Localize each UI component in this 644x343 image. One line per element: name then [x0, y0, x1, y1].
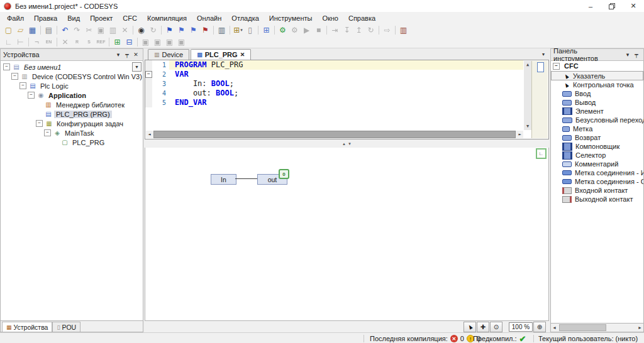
step-into-icon[interactable]: ↧	[341, 24, 353, 35]
menu-tools[interactable]: Инструменты	[264, 13, 318, 23]
menu-build[interactable]: Компиляция	[142, 13, 192, 23]
scrollbar-thumb[interactable]	[153, 131, 516, 138]
menu-project[interactable]: Проект	[85, 13, 118, 23]
bookmark-next-icon[interactable]: ⚑	[175, 24, 187, 35]
scroll-left-icon[interactable]: ◄	[146, 132, 153, 137]
order-move-down-icon[interactable]: ▣	[175, 36, 187, 47]
code-line-4[interactable]: 4 out: BOOL;	[145, 89, 523, 98]
logout-icon[interactable]: ⚙	[289, 24, 301, 35]
cfc-canvas[interactable]: In out 0 ∟	[145, 148, 549, 321]
tree-item-plc-prg[interactable]: ▤PLC_PRG (PRG)	[1, 109, 143, 119]
print-icon[interactable]: ▤	[43, 24, 55, 35]
code-line-1[interactable]: 1PROGRAM PLC_PRG	[145, 60, 523, 70]
undo-icon[interactable]: ↶	[59, 24, 71, 35]
tree-item-plc-prg-call[interactable]: ▢PLC_PRG	[1, 138, 143, 147]
tree-item-plc-logic[interactable]: −▤Plc Logic	[1, 81, 143, 90]
close-button[interactable]: ✕	[623, 0, 644, 12]
tab-close-icon[interactable]: ✕	[240, 52, 245, 58]
cfc-pan-tool-button[interactable]: ✚	[477, 322, 489, 332]
collapse-icon[interactable]: −	[11, 73, 18, 80]
restore-button[interactable]	[601, 0, 623, 12]
close-icon[interactable]: ✕	[131, 52, 140, 58]
tool-pointer[interactable]: ▲Указатель	[551, 71, 643, 80]
scroll-up-icon[interactable]: ▲	[526, 62, 529, 67]
tool-selector[interactable]: Селектор	[551, 151, 643, 160]
route-connection-icon[interactable]: ∟	[3, 36, 14, 47]
tool-composer[interactable]: Компоновщик	[551, 142, 643, 151]
menu-view[interactable]: Вид	[62, 13, 85, 23]
tool-input-contact[interactable]: Входной контакт	[551, 186, 643, 195]
save-icon[interactable]: ▦	[26, 24, 38, 35]
tool-connection-mark-sink[interactable]: Метка соединения - Сток	[551, 177, 643, 186]
bookmark-toggle-icon[interactable]: ⚑	[164, 24, 175, 35]
branch-connection-icon[interactable]: ⊢	[14, 36, 26, 47]
code-vertical-scrollbar[interactable]: ▲ ▼	[524, 61, 531, 130]
modifier-reset-icon[interactable]: R	[71, 36, 83, 47]
zoom-fit-button[interactable]: ⊕	[533, 322, 546, 332]
menu-window[interactable]: Окно	[317, 13, 343, 23]
order-send-to-back-icon[interactable]: ▣	[152, 36, 164, 47]
step-out-icon[interactable]: ↥	[353, 24, 365, 35]
tool-output-contact[interactable]: Выходной контакт	[551, 195, 643, 204]
panel-menu-icon[interactable]: ▾	[114, 52, 123, 58]
menu-cfc[interactable]: CFC	[118, 13, 142, 23]
find-next-icon[interactable]: ↻	[147, 24, 159, 35]
cfc-connection-wire[interactable]	[235, 178, 257, 179]
toolbox-horizontal-scrollbar[interactable]: ◄ ►	[550, 324, 644, 332]
pin-icon[interactable]: ┯	[123, 52, 131, 58]
tab-overflow-icon[interactable]: ▾	[542, 52, 545, 57]
collapse-icon[interactable]: −	[553, 63, 560, 70]
start-icon[interactable]: ▶	[301, 24, 313, 35]
menu-edit[interactable]: Правка	[29, 13, 62, 23]
menu-help[interactable]: Справка	[343, 13, 380, 23]
declaration-editor[interactable]: 1PROGRAM PLC_PRG−2VAR3 In: BOOL;4 out: B…	[145, 60, 549, 139]
add-input-pin-icon[interactable]: ⊞	[111, 36, 123, 47]
paste-icon[interactable]: ▥	[107, 24, 119, 35]
scrollbar-track[interactable]	[558, 324, 636, 331]
code-line-3[interactable]: 3 In: BOOL;	[145, 79, 523, 89]
cfc-pointer-tool-button[interactable]: ▲	[464, 322, 476, 332]
panel-menu-icon[interactable]: ▾	[623, 52, 632, 58]
find-icon[interactable]: ◉	[135, 24, 147, 35]
tree-item-application[interactable]: −◉Application	[1, 90, 143, 100]
editor-splitter[interactable]: ▲ ▼	[145, 139, 549, 148]
tree-item-maintask[interactable]: −◈MainTask	[1, 128, 143, 138]
bottom-tab-pou[interactable]: ▯POU	[52, 322, 80, 332]
tool-comment[interactable]: Комментарий	[551, 160, 643, 168]
scroll-down-icon[interactable]: ▼	[526, 124, 529, 129]
splitter-up-icon[interactable]: ▲	[342, 142, 346, 146]
step-over-icon[interactable]: ⇥	[329, 24, 341, 35]
menu-file[interactable]: Файл	[2, 13, 29, 23]
run-to-cursor-icon[interactable]: ⇨	[381, 24, 393, 35]
scrollbar-thumb[interactable]	[559, 324, 606, 331]
scroll-left-icon[interactable]: ◄	[551, 325, 558, 330]
order-send-to-front-icon[interactable]: ▣	[140, 36, 152, 47]
bookmark-clear-icon[interactable]: ⚑	[199, 24, 211, 35]
en-eno-icon[interactable]: EN	[43, 36, 55, 47]
redo-icon[interactable]: ↷	[71, 24, 83, 35]
overview-viewport[interactable]	[537, 62, 544, 72]
collapse-icon[interactable]: −	[36, 120, 43, 127]
tree-item-library-manager[interactable]: ▥Менеджер библиотек	[1, 100, 143, 109]
splitter-down-icon[interactable]: ▼	[348, 142, 352, 146]
cut-icon[interactable]: ✂	[83, 24, 95, 35]
code-horizontal-scrollbar[interactable]: ◄ ►	[146, 131, 523, 138]
cfc-route-mode-icon[interactable]: ∟	[536, 148, 547, 159]
scroll-right-icon[interactable]: ►	[636, 325, 643, 330]
scroll-right-icon[interactable]: ►	[516, 132, 523, 137]
remove-input-pin-icon[interactable]: ⊟	[123, 36, 135, 47]
generate-code-icon[interactable]: ⊞▾	[232, 24, 244, 35]
tool-input[interactable]: Ввод	[551, 89, 643, 98]
dropdown-arrow-icon[interactable]: ▾	[240, 28, 243, 33]
new-file-icon[interactable]: ▢	[3, 24, 14, 35]
pin-icon[interactable]: ┯	[632, 52, 641, 58]
collapse-icon[interactable]: −	[3, 63, 10, 70]
zoom-level-value[interactable]: 100 %	[509, 322, 533, 332]
code-line-2[interactable]: −2VAR	[145, 70, 523, 79]
tool-output[interactable]: Вывод	[551, 98, 643, 107]
toolbox-group-cfc[interactable]: − CFC	[551, 61, 643, 71]
fold-collapse-icon[interactable]: −	[145, 71, 152, 78]
modifier-set-icon[interactable]: S	[83, 36, 95, 47]
tool-control-point[interactable]: ▲Контрольная точка	[551, 80, 643, 89]
cfc-input-block[interactable]: In	[211, 174, 236, 185]
